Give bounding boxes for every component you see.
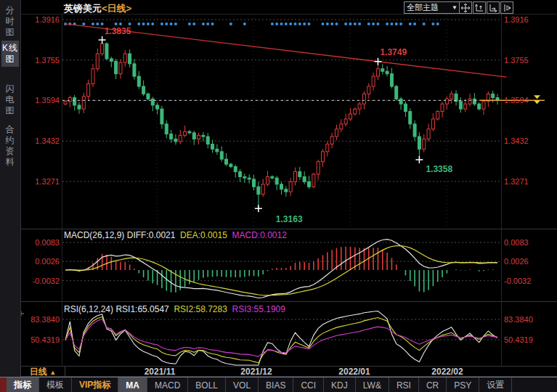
macd-axis-label: -0.0032 bbox=[504, 277, 545, 285]
trading-app-window: { "topbar": { "symbol": "英镑美元", "period_… bbox=[0, 0, 557, 392]
theme-dropdown[interactable]: 全部主题 ▼ bbox=[404, 1, 460, 14]
x-axis-row: 日线 ▲ 2021/112021/122022/012022/02 bbox=[0, 367, 557, 377]
tab-VIP指标[interactable]: VIP指标 bbox=[72, 377, 118, 392]
rsi2-value: RSI2:58.7283 bbox=[174, 304, 227, 314]
sidebar-item-3[interactable]: 闪电图 bbox=[1, 81, 19, 118]
x-axis-month-label: 2021/12 bbox=[240, 367, 272, 377]
sidebar-item-1[interactable]: 分时图 bbox=[1, 3, 19, 40]
rsi3-value: RSI3:55.1909 bbox=[232, 304, 285, 314]
macd-title: MACD(26,12,9) bbox=[64, 230, 124, 240]
price-axis-label: 1.3594 bbox=[23, 96, 60, 105]
macd-axis-label: 0.0026 bbox=[23, 257, 60, 266]
tab-BOLL[interactable]: BOLL bbox=[188, 377, 226, 392]
tab-KDJ[interactable]: KDJ bbox=[324, 377, 356, 392]
rsi-panel-header: RSI(6,12,24) RSI1:65.0547 RSI2:58.7283 R… bbox=[64, 304, 285, 314]
price-annotation: 1.3749 bbox=[380, 47, 407, 57]
price-annotation: 1.3163 bbox=[276, 214, 303, 224]
rsi-axis-label: 50.4319 bbox=[504, 335, 545, 344]
corner-block bbox=[0, 377, 7, 392]
period-tag: <日线> bbox=[102, 3, 131, 14]
left-sidebar: 分时图K线图闪电图合约资料 bbox=[0, 0, 21, 377]
tab-指标[interactable]: 指标 bbox=[7, 377, 39, 392]
x-axis-month-label: 2022/01 bbox=[338, 367, 370, 377]
tab-BIAS[interactable]: BIAS bbox=[259, 377, 293, 392]
symbol-name: 英镑美元 bbox=[64, 3, 102, 14]
rsi-axis-label: 83.3840 bbox=[504, 315, 545, 324]
tab-CR[interactable]: CR bbox=[419, 377, 447, 392]
tab-LW&[interactable]: LW& bbox=[356, 377, 389, 392]
theme-dropdown-label: 全部主题 bbox=[407, 2, 439, 13]
price-axis-label: 1.3916 bbox=[504, 15, 545, 24]
tab-VOL[interactable]: VOL bbox=[226, 377, 259, 392]
period-label: 日线 bbox=[30, 367, 47, 377]
rsi1-value: RSI1:65.0547 bbox=[115, 304, 168, 314]
price-annotation: 1.3358 bbox=[426, 164, 452, 174]
price-axis-label: 1.3755 bbox=[23, 56, 60, 65]
tab-设置[interactable]: 设置 bbox=[479, 377, 512, 392]
pane-shift-icon[interactable] bbox=[500, 1, 513, 14]
macd-axis-label: 0.0083 bbox=[23, 238, 60, 247]
rsi-axis-label: 83.3840 bbox=[23, 315, 60, 324]
x-axis-month-label: 2021/11 bbox=[145, 367, 176, 377]
chart-canvas[interactable] bbox=[0, 0, 557, 392]
price-axis-label: 1.3755 bbox=[504, 56, 545, 65]
tab-PSY[interactable]: PSY bbox=[447, 377, 479, 392]
x-axis-month-label: 2022/02 bbox=[431, 367, 463, 377]
period-selector-button[interactable]: 日线 ▲ bbox=[20, 367, 65, 377]
macd-diff-value: DIFF:0.0021 bbox=[127, 230, 176, 240]
price-axis-label: 1.3432 bbox=[504, 136, 545, 145]
macd-axis-label: -0.0032 bbox=[23, 277, 60, 285]
macd-axis-label: 0.0083 bbox=[504, 238, 545, 247]
rsi-title: RSI(6,12,24) bbox=[64, 304, 113, 314]
tab-模板[interactable]: 模板 bbox=[39, 377, 72, 392]
macd-dea-value: DEA:0.0015 bbox=[180, 230, 227, 240]
macd-axis-label: 0.0026 bbox=[504, 257, 545, 266]
y-axis-zoom-icon[interactable] bbox=[473, 1, 486, 14]
rsi-axis-label: 50.4319 bbox=[23, 335, 60, 344]
sidebar-item-2[interactable]: K线图 bbox=[1, 41, 19, 67]
tab-RSI[interactable]: RSI bbox=[389, 377, 419, 392]
price-axis-label: 1.3916 bbox=[23, 15, 60, 24]
chevron-down-icon: ▼ bbox=[452, 4, 458, 11]
indicator-tab-bar: 指标模板VIP指标MAMACDBOLLVOLBIASCCIKDJLW&RSICR… bbox=[0, 377, 557, 392]
caret-up-icon: ▲ bbox=[49, 369, 56, 376]
x-axis-zoom-icon[interactable] bbox=[487, 1, 500, 14]
tab-CCI[interactable]: CCI bbox=[293, 377, 324, 392]
sidebar-item-4[interactable]: 合约资料 bbox=[1, 122, 19, 170]
price-axis-label: 1.3271 bbox=[504, 177, 545, 186]
price-annotation: 1.3835 bbox=[105, 26, 131, 36]
tab-MACD[interactable]: MACD bbox=[147, 377, 188, 392]
tab-MA[interactable]: MA bbox=[118, 377, 147, 392]
price-axis-label: 1.3594 bbox=[504, 96, 545, 105]
macd-panel-header: MACD(26,12,9) DIFF:0.0021 DEA:0.0015 MAC… bbox=[64, 230, 287, 240]
page-title: 英镑美元<日线> bbox=[64, 2, 131, 15]
crosshair-icon[interactable] bbox=[459, 1, 472, 14]
macd-macd-value: MACD:0.0012 bbox=[232, 230, 286, 240]
price-axis-label: 1.3432 bbox=[23, 136, 60, 145]
price-axis-label: 1.3271 bbox=[23, 177, 60, 186]
